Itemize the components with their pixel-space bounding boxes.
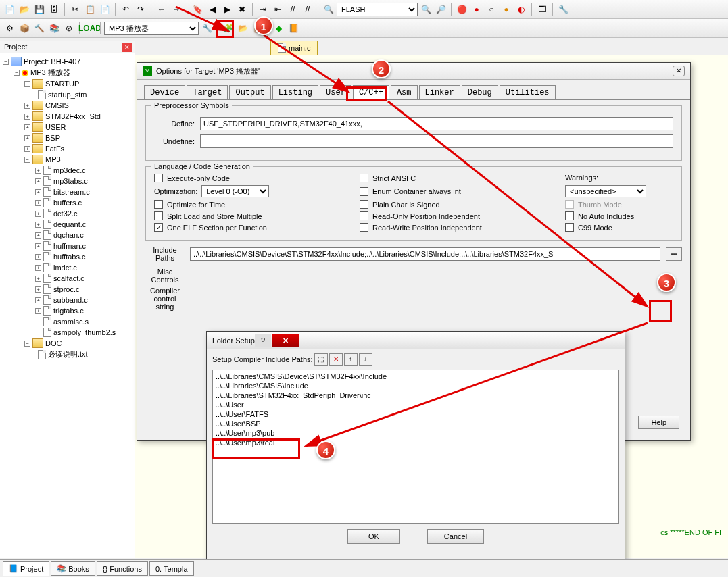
breakpoint-icon[interactable]: ●: [470, 3, 483, 16]
manage-rte-icon[interactable]: 📂: [236, 22, 249, 35]
folder-bsp[interactable]: +BSP: [0, 132, 135, 143]
breakpoint-enable-icon[interactable]: ◐: [514, 3, 528, 16]
file-item[interactable]: 必读说明.txt: [0, 349, 135, 360]
folder-mp3[interactable]: −MP3: [0, 154, 135, 165]
folder-path-list[interactable]: ..\..\Libraries\CMSIS\Device\ST\STM32F4x…: [212, 370, 619, 524]
path-item[interactable]: ..\..\User: [216, 400, 616, 409]
undo-icon[interactable]: ↶: [119, 3, 132, 16]
folder-doc[interactable]: −DOC: [0, 338, 135, 349]
file-item[interactable]: +mp3tabs.c: [0, 176, 135, 186]
back-icon[interactable]: ←: [155, 3, 168, 16]
close-icon[interactable]: ✕: [122, 43, 132, 52]
chk-split-load[interactable]: Split Load and Store Multiple: [154, 211, 343, 220]
window-icon[interactable]: 🗔: [535, 3, 549, 16]
target-combo[interactable]: MP3 播放器: [104, 22, 199, 35]
forward-icon[interactable]: →: [170, 3, 183, 16]
folder-user[interactable]: +USER: [0, 122, 135, 132]
file-item[interactable]: +stproc.c: [0, 284, 135, 295]
folder-cmsis[interactable]: +CMSIS: [0, 100, 135, 111]
tab-utilities[interactable]: Utilities: [500, 85, 556, 99]
tab-linker[interactable]: Linker: [419, 85, 460, 99]
bookmark-next-icon[interactable]: ▶: [220, 3, 234, 16]
chk-strict-ansi[interactable]: Strict ANSI C: [360, 174, 549, 182]
chk-one-elf[interactable]: ✓One ELF Section per Function: [154, 223, 343, 232]
tab-device[interactable]: Device: [144, 85, 185, 99]
folder-fatfs[interactable]: +FatFs: [0, 143, 135, 154]
tab-listing[interactable]: Listing: [272, 85, 318, 99]
file-item[interactable]: +dct32.c: [0, 208, 135, 219]
close-icon[interactable]: ✕: [272, 334, 299, 347]
file-item[interactable]: +bitstream.c: [0, 186, 135, 197]
tab-debug[interactable]: Debug: [462, 85, 498, 99]
chk-no-auto[interactable]: No Auto Includes: [565, 211, 673, 220]
indent-icon[interactable]: ⇥: [256, 3, 270, 16]
tab-user[interactable]: User: [320, 85, 351, 99]
file-item[interactable]: +mp3dec.c: [0, 165, 135, 176]
chk-plain-char[interactable]: Plain Char is Signed: [360, 200, 549, 209]
file-item[interactable]: startup_stm: [0, 89, 135, 100]
delete-path-icon[interactable]: ✕: [329, 353, 343, 366]
tab-project[interactable]: 📘 Project: [3, 561, 49, 576]
tab-cpp[interactable]: C/C++: [353, 85, 389, 99]
path-item[interactable]: ..\..\User\FATFS: [216, 409, 616, 419]
bookmark-clear-icon[interactable]: ✖: [235, 3, 249, 16]
path-item[interactable]: ..\..\Libraries\CMSIS\Device\ST\STM32F4x…: [216, 372, 616, 381]
build-icon[interactable]: 📦: [18, 22, 31, 35]
move-up-icon[interactable]: ↑: [344, 353, 358, 366]
bookmark-prev-icon[interactable]: ◀: [205, 3, 219, 16]
ok-button[interactable]: OK: [347, 529, 400, 544]
close-icon[interactable]: ✕: [673, 66, 685, 76]
chk-optimize-time[interactable]: Optimize for Time: [154, 200, 343, 209]
file-item[interactable]: +asmpoly_thumb2.s: [0, 327, 135, 338]
bookmark-icon[interactable]: 🔖: [191, 3, 204, 16]
include-paths-input[interactable]: [190, 247, 660, 261]
file-item[interactable]: +imdct.c: [0, 262, 135, 273]
breakpoint-disable-icon[interactable]: ○: [485, 3, 498, 16]
tab-asm[interactable]: Asm: [391, 85, 418, 99]
incremental-find-icon[interactable]: 🔎: [434, 3, 447, 16]
path-item[interactable]: ..\..\User\mp3\real: [216, 438, 616, 447]
download-icon[interactable]: LOAD: [83, 22, 97, 35]
tab-templates[interactable]: 0. Templa: [149, 561, 194, 576]
define-input[interactable]: [200, 117, 673, 130]
help-button[interactable]: Help: [638, 416, 679, 429]
new-file-icon[interactable]: 📄: [3, 3, 16, 16]
uncomment-icon[interactable]: //: [301, 3, 314, 16]
file-item[interactable]: +scalfact.c: [0, 273, 135, 284]
config-icon[interactable]: 🔧: [556, 3, 570, 16]
redo-icon[interactable]: ↷: [134, 3, 147, 16]
find-in-files-icon[interactable]: 🔍: [419, 3, 433, 16]
new-path-icon[interactable]: ⬚: [314, 353, 328, 366]
target-node[interactable]: −MP3 播放器: [0, 67, 135, 78]
move-down-icon[interactable]: ↓: [359, 353, 372, 366]
project-root[interactable]: −Project: BH-F407: [0, 56, 135, 67]
warnings-select[interactable]: <unspecified>: [565, 185, 646, 197]
save-all-icon[interactable]: 🗄: [47, 3, 61, 16]
chk-enum-container[interactable]: Enum Container always int: [360, 185, 549, 197]
open-icon[interactable]: 📂: [18, 3, 31, 16]
file-item[interactable]: +trigtabs.c: [0, 305, 135, 316]
rebuild-icon[interactable]: 🔨: [32, 22, 46, 35]
books-icon[interactable]: 📙: [287, 22, 300, 35]
manage-components-icon[interactable]: 🧩: [221, 22, 235, 35]
find-combo[interactable]: FLASH: [337, 3, 418, 16]
file-item[interactable]: +dqchan.c: [0, 230, 135, 241]
find-icon[interactable]: 🔍: [322, 3, 335, 16]
cancel-button[interactable]: Cancel: [427, 529, 484, 544]
save-icon[interactable]: 💾: [32, 3, 46, 16]
undefine-input[interactable]: [200, 134, 673, 148]
comment-icon[interactable]: //: [286, 3, 299, 16]
file-item[interactable]: +subband.c: [0, 295, 135, 305]
editor-tab-main[interactable]: main.c: [270, 41, 318, 55]
translate-icon[interactable]: ⚙: [3, 22, 16, 35]
file-item[interactable]: +buffers.c: [0, 197, 135, 208]
paste-icon[interactable]: 📄: [98, 3, 112, 16]
path-item[interactable]: ..\..\User\BSP: [216, 419, 616, 428]
breakpoint-kill-icon[interactable]: ●: [500, 3, 513, 16]
debug-icon[interactable]: 🔴: [455, 3, 468, 16]
tab-books[interactable]: 📚 Books: [51, 561, 95, 576]
file-item[interactable]: +hufftabs.c: [0, 251, 135, 262]
unindent-icon[interactable]: ⇤: [271, 3, 285, 16]
help-icon[interactable]: ?: [255, 334, 271, 347]
target-options-icon[interactable]: 🔧: [200, 22, 214, 35]
